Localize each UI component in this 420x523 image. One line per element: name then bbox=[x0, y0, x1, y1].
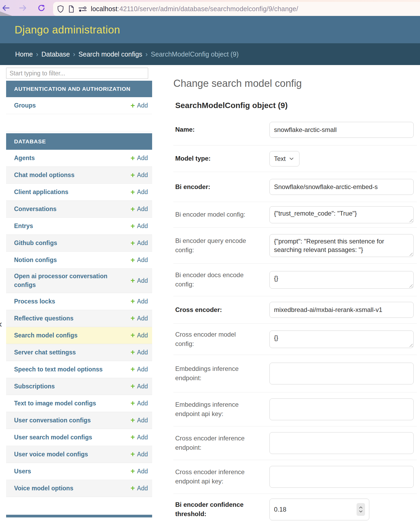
sidebar-model-row: Server chat settingss + Add bbox=[6, 344, 152, 361]
sidebar-model-row: Subscriptions + Add bbox=[6, 378, 152, 395]
plus-icon: + bbox=[131, 434, 135, 441]
sidebar-add-link[interactable]: + Add bbox=[131, 188, 148, 196]
sidebar-model-link[interactable]: User search model configs bbox=[14, 430, 131, 445]
page-info-icon[interactable] bbox=[68, 5, 74, 13]
url-bar[interactable]: localhost:42110/server/admin/database/se… bbox=[53, 2, 420, 16]
sidebar-add-link[interactable]: + Add bbox=[131, 468, 148, 475]
sidebar-database-rows: Agents + Add Chat model optionss + Add C… bbox=[6, 150, 152, 497]
sidebar-model-link[interactable]: Agents bbox=[14, 151, 131, 166]
add-label: Add bbox=[137, 400, 148, 407]
bi-encoder-docs-encode-config-textarea[interactable]: {} bbox=[269, 271, 414, 289]
number-stepper[interactable] bbox=[357, 503, 365, 516]
sidebar-model-link[interactable]: Users bbox=[14, 464, 131, 479]
breadcrumb-searchmodelconfigs-link[interactable]: Search model configs bbox=[78, 50, 142, 58]
sidebar-add-link[interactable]: + Add bbox=[131, 315, 148, 322]
sidebar-model-link[interactable]: Conversations bbox=[14, 202, 131, 217]
sidebar-model-link[interactable]: Subscriptions bbox=[14, 379, 131, 394]
cross-encoder-input[interactable] bbox=[269, 302, 414, 318]
cross-encoder-model-config-textarea[interactable]: {} bbox=[269, 331, 414, 348]
url-text[interactable]: localhost:42110/server/admin/database/se… bbox=[91, 5, 298, 13]
sidebar-model-link[interactable]: Process locks bbox=[14, 294, 131, 309]
sidebar-model-link[interactable]: Entrys bbox=[14, 218, 131, 234]
sidebar-model-link[interactable]: Open ai processor conversation configs bbox=[14, 269, 131, 293]
plus-icon: + bbox=[131, 366, 135, 373]
sidebar-model-row: Open ai processor conversation configs +… bbox=[6, 269, 152, 293]
add-label: Add bbox=[137, 298, 148, 305]
name-input[interactable] bbox=[269, 122, 414, 138]
browser-reload-button[interactable] bbox=[37, 4, 46, 12]
sidebar-model-link[interactable]: Server chat settingss bbox=[14, 345, 131, 360]
sidebar-add-link[interactable]: + Add bbox=[131, 205, 148, 213]
plus-icon: + bbox=[131, 417, 135, 424]
stepper-up-icon bbox=[359, 506, 363, 509]
sidebar-model-link[interactable]: Speech to text model optionss bbox=[14, 362, 131, 377]
browser-forward-button[interactable] bbox=[19, 4, 27, 12]
sidebar-model-link[interactable]: Search model configs bbox=[14, 328, 131, 343]
field-row-model-type: Model type: Text bbox=[173, 145, 417, 172]
cross-encoder-inference-endpoint-input[interactable] bbox=[269, 432, 414, 454]
sidebar-add-link[interactable]: + Add bbox=[131, 383, 148, 390]
sidebar-add-link[interactable]: + Add bbox=[131, 332, 148, 339]
field-row-embeddings-inference-endpoint-api-key: Embeddings inference endpoint api key: bbox=[173, 392, 417, 426]
page-title: Change search model config bbox=[173, 78, 417, 89]
bi-encoder-input[interactable] bbox=[269, 179, 414, 195]
field-row-cross-encoder: Cross encoder: bbox=[173, 296, 417, 324]
stepper-down-icon bbox=[359, 510, 363, 513]
sidebar-add-link[interactable]: + Add bbox=[131, 349, 148, 356]
browser-back-button[interactable] bbox=[2, 4, 10, 12]
add-label: Add bbox=[137, 277, 148, 284]
bi-encoder-model-config-textarea[interactable]: {"trust_remote_code": "True"} bbox=[269, 206, 414, 223]
bi-encoder-query-encode-config-textarea[interactable]: {"prompt": "Represent this sentence for … bbox=[269, 234, 414, 257]
nav-sidebar: AUTHENTICATION AND AUTHORIZATION Groups … bbox=[6, 68, 152, 517]
sidebar-model-link[interactable]: User conversation configs bbox=[14, 413, 131, 428]
object-title: SearchModelConfig object (9) bbox=[175, 101, 417, 110]
sidebar-add-link[interactable]: + Add bbox=[131, 277, 148, 284]
plus-icon: + bbox=[131, 222, 135, 230]
sidebar-collapse-toggle[interactable]: ‹ bbox=[0, 319, 2, 330]
embeddings-inference-endpoint-input[interactable] bbox=[269, 363, 414, 384]
sidebar-model-link[interactable]: User voice model configs bbox=[14, 447, 131, 462]
sidebar-model-link[interactable]: Text to image model configs bbox=[14, 396, 131, 411]
add-label: Add bbox=[137, 188, 148, 196]
sidebar-model-link[interactable]: Reflective questions bbox=[14, 311, 131, 326]
field-row-bi-encoder-confidence-threshold: Bi encoder confidence threshold: bbox=[173, 494, 417, 523]
bi-encoder-confidence-threshold-input[interactable] bbox=[269, 499, 369, 520]
sidebar-add-link[interactable]: + Add bbox=[131, 298, 148, 305]
model-type-select[interactable]: Text bbox=[269, 151, 299, 166]
shield-icon[interactable] bbox=[57, 5, 64, 13]
breadcrumb-home-link[interactable]: Home bbox=[15, 50, 33, 58]
sidebar-model-link[interactable]: Notion configs bbox=[14, 252, 131, 268]
field-label: Bi encoder docs encode config: bbox=[175, 271, 255, 289]
breadcrumb-database-link[interactable]: Database bbox=[41, 50, 70, 58]
sidebar-model-link[interactable]: Voice model options bbox=[14, 481, 131, 496]
plus-icon: + bbox=[131, 256, 135, 264]
sidebar-filter-input[interactable] bbox=[6, 68, 148, 79]
sidebar-add-link[interactable]: + Add bbox=[131, 102, 148, 109]
site-title-link[interactable]: Django administration bbox=[15, 24, 120, 36]
sidebar-add-link[interactable]: + Add bbox=[131, 155, 148, 162]
sidebar-add-link[interactable]: + Add bbox=[131, 485, 148, 492]
add-label: Add bbox=[137, 172, 148, 179]
sidebar-add-link[interactable]: + Add bbox=[131, 366, 148, 373]
permissions-toggle-icon[interactable] bbox=[78, 6, 87, 12]
sidebar-add-link[interactable]: + Add bbox=[131, 451, 148, 458]
sidebar-add-link[interactable]: + Add bbox=[131, 172, 148, 179]
plus-icon: + bbox=[131, 485, 135, 492]
sidebar-add-link[interactable]: + Add bbox=[131, 239, 148, 247]
sidebar-add-link[interactable]: + Add bbox=[131, 222, 148, 230]
breadcrumb-current: SearchModelConfig object (9) bbox=[151, 50, 239, 58]
sidebar-model-link[interactable]: Client applications bbox=[14, 185, 131, 200]
embeddings-inference-endpoint-api-key-input[interactable] bbox=[269, 398, 414, 420]
sidebar-add-link[interactable]: + Add bbox=[131, 256, 148, 264]
sidebar-model-link[interactable]: Groups bbox=[14, 98, 131, 113]
sidebar-add-link[interactable]: + Add bbox=[131, 400, 148, 407]
plus-icon: + bbox=[131, 102, 135, 109]
add-label: Add bbox=[137, 366, 148, 373]
sidebar-model-link[interactable]: Chat model optionss bbox=[14, 168, 131, 183]
sidebar-model-row: Voice model options + Add bbox=[6, 480, 152, 497]
breadcrumb: Home › Database › Search model configs ›… bbox=[0, 43, 420, 65]
sidebar-add-link[interactable]: + Add bbox=[131, 434, 148, 441]
cross-encoder-inference-endpoint-api-key-input[interactable] bbox=[269, 466, 414, 488]
sidebar-add-link[interactable]: + Add bbox=[131, 417, 148, 424]
sidebar-model-link[interactable]: Github configs bbox=[14, 235, 131, 251]
